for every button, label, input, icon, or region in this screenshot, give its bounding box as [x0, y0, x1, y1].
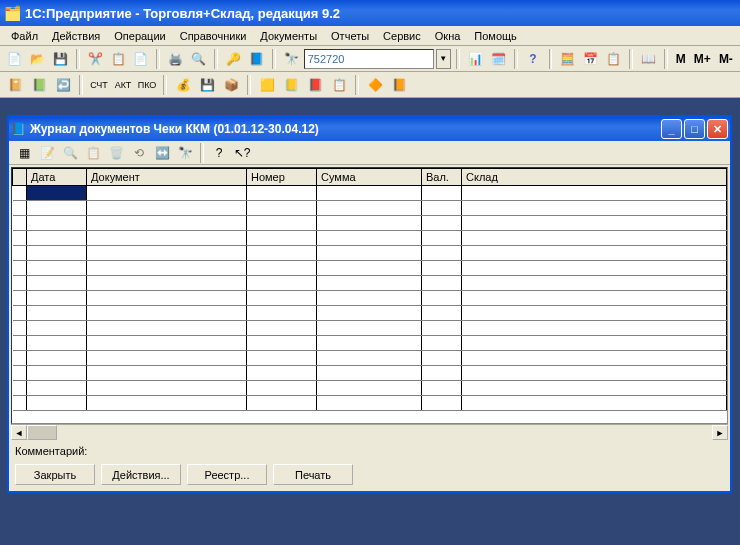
mem-m[interactable]: M: [673, 52, 689, 66]
t2-8-icon[interactable]: 💾: [196, 74, 218, 96]
table-row[interactable]: [13, 321, 727, 336]
toolbar-2: 📔 📗 ↩️ СЧТ АКТ ПКО 💰 💾 📦 🟨 📒 📕 📋 🔶 📙: [0, 72, 740, 98]
menu-actions[interactable]: Действия: [45, 28, 107, 44]
t2-11-icon[interactable]: 📒: [280, 74, 302, 96]
t2-13-icon[interactable]: 📋: [328, 74, 350, 96]
mdi-workspace: 📘 Журнал документов Чеки ККМ (01.01.12-3…: [0, 98, 740, 545]
help-icon[interactable]: ?: [523, 48, 544, 70]
t2-2-icon[interactable]: 📗: [28, 74, 50, 96]
menu-operations[interactable]: Операции: [107, 28, 172, 44]
search-dropdown[interactable]: ▼: [436, 49, 451, 69]
ct-view-icon[interactable]: 🔍: [59, 142, 81, 164]
table-row[interactable]: [13, 336, 727, 351]
table-row[interactable]: [13, 201, 727, 216]
actions-btn[interactable]: Действия...: [101, 464, 181, 485]
book-icon[interactable]: 📖: [638, 48, 659, 70]
table-row[interactable]: [13, 276, 727, 291]
ct-interval-icon[interactable]: ↔️: [151, 142, 173, 164]
menu-help[interactable]: Помощь: [467, 28, 524, 44]
col-sum[interactable]: Сумма: [317, 169, 422, 186]
menu-service[interactable]: Сервис: [376, 28, 428, 44]
ct-whatsthis-icon[interactable]: ↖?: [231, 142, 253, 164]
scroll-left-icon[interactable]: ◄: [11, 425, 27, 440]
minimize-button[interactable]: _: [661, 119, 682, 139]
paste-icon[interactable]: 📄: [131, 48, 152, 70]
app-icon: 🗂️: [4, 5, 21, 21]
t2-14-icon[interactable]: 🔶: [364, 74, 386, 96]
menu-reports[interactable]: Отчеты: [324, 28, 376, 44]
table-row[interactable]: [13, 396, 727, 411]
table-row[interactable]: [13, 231, 727, 246]
t2-3-icon[interactable]: ↩️: [52, 74, 74, 96]
journal-grid[interactable]: Дата Документ Номер Сумма Вал. Склад: [11, 167, 728, 424]
cut-icon[interactable]: ✂️: [85, 48, 106, 70]
table-row[interactable]: [13, 216, 727, 231]
col-mark[interactable]: [13, 169, 27, 186]
binoculars-icon[interactable]: 🔭: [281, 48, 302, 70]
table-row[interactable]: [13, 306, 727, 321]
table-row[interactable]: [13, 261, 727, 276]
t2-5-icon[interactable]: АКТ: [112, 74, 134, 96]
table-row[interactable]: [13, 291, 727, 306]
t2-10-icon[interactable]: 🟨: [256, 74, 278, 96]
menu-file[interactable]: Файл: [4, 28, 45, 44]
menu-references[interactable]: Справочники: [173, 28, 254, 44]
table-row[interactable]: [13, 366, 727, 381]
table-row[interactable]: [13, 246, 727, 261]
t2-1-icon[interactable]: 📔: [4, 74, 26, 96]
t2-15-icon[interactable]: 📙: [388, 74, 410, 96]
table-row[interactable]: [13, 351, 727, 366]
ct-copy-icon[interactable]: 📋: [82, 142, 104, 164]
col-warehouse[interactable]: Склад: [462, 169, 727, 186]
mem-mplus[interactable]: M+: [691, 52, 714, 66]
preview-icon[interactable]: 🔍: [188, 48, 209, 70]
tool-a-icon[interactable]: 📊: [465, 48, 486, 70]
menu-documents[interactable]: Документы: [253, 28, 324, 44]
ct-del-icon[interactable]: 🗑️: [105, 142, 127, 164]
registry-btn[interactable]: Реестр...: [187, 464, 267, 485]
child-titlebar: 📘 Журнал документов Чеки ККМ (01.01.12-3…: [9, 117, 730, 141]
print-icon[interactable]: 🖨️: [165, 48, 186, 70]
tool-b-icon[interactable]: 🗓️: [488, 48, 509, 70]
t2-9-icon[interactable]: 📦: [220, 74, 242, 96]
col-date[interactable]: Дата: [27, 169, 87, 186]
close-btn[interactable]: Закрыть: [15, 464, 95, 485]
new-icon[interactable]: 📄: [4, 48, 25, 70]
app-title: 1С:Предприятие - Торговля+Склад, редакци…: [25, 6, 340, 21]
save-icon[interactable]: 💾: [50, 48, 71, 70]
ct-help-icon[interactable]: ?: [208, 142, 230, 164]
print-btn[interactable]: Печать: [273, 464, 353, 485]
clock-icon[interactable]: 📋: [603, 48, 624, 70]
scroll-thumb[interactable]: [27, 425, 57, 440]
t2-6-icon[interactable]: ПКО: [136, 74, 158, 96]
maximize-button[interactable]: □: [684, 119, 705, 139]
col-currency[interactable]: Вал.: [422, 169, 462, 186]
open-icon[interactable]: 📂: [27, 48, 48, 70]
t2-4-icon[interactable]: СЧТ: [88, 74, 110, 96]
doc-icon[interactable]: 📘: [246, 48, 267, 70]
app-titlebar: 🗂️ 1С:Предприятие - Торговля+Склад, реда…: [0, 0, 740, 26]
copy-icon[interactable]: 📋: [108, 48, 129, 70]
menu-windows[interactable]: Окна: [428, 28, 468, 44]
comment-label: Комментарий:: [15, 445, 87, 457]
t2-7-icon[interactable]: 💰: [172, 74, 194, 96]
table-row[interactable]: [13, 381, 727, 396]
ct-a-icon[interactable]: ⟲: [128, 142, 150, 164]
ct-edit-icon[interactable]: 📝: [36, 142, 58, 164]
table-row[interactable]: [13, 186, 727, 201]
calc-icon[interactable]: 🧮: [557, 48, 578, 70]
grid-hscroll[interactable]: ◄ ►: [11, 424, 728, 440]
search-input[interactable]: [304, 49, 434, 69]
col-document[interactable]: Документ: [87, 169, 247, 186]
calendar-icon[interactable]: 📅: [580, 48, 601, 70]
ct-find-icon[interactable]: 🔭: [174, 142, 196, 164]
t2-12-icon[interactable]: 📕: [304, 74, 326, 96]
scroll-right-icon[interactable]: ►: [712, 425, 728, 440]
lock-icon[interactable]: 🔑: [223, 48, 244, 70]
ct-new-icon[interactable]: ▦: [13, 142, 35, 164]
close-button[interactable]: ✕: [707, 119, 728, 139]
grid-header-row: Дата Документ Номер Сумма Вал. Склад: [13, 169, 727, 186]
mem-mminus[interactable]: M-: [716, 52, 736, 66]
col-number[interactable]: Номер: [247, 169, 317, 186]
child-toolbar: ▦ 📝 🔍 📋 🗑️ ⟲ ↔️ 🔭 ? ↖?: [9, 141, 730, 165]
